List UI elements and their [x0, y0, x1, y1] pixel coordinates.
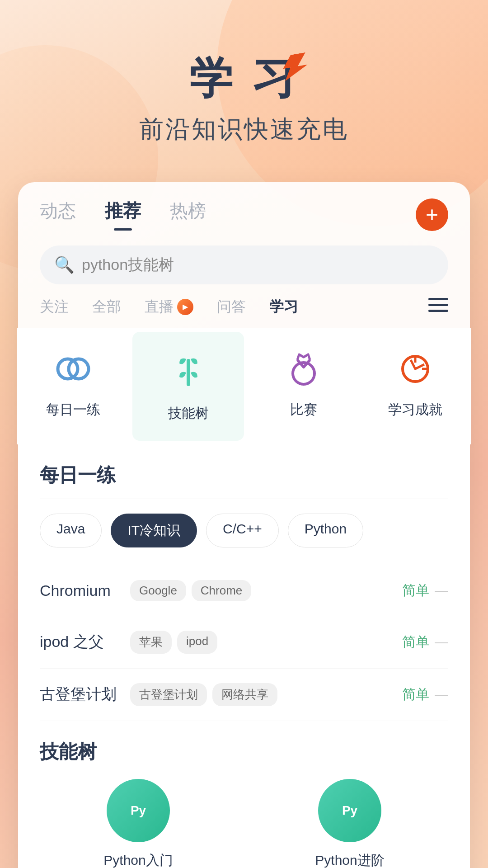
feature-daily[interactable]: 每日一练	[17, 328, 129, 444]
search-bar[interactable]: 🔍 python技能树	[40, 245, 448, 284]
quiz-tags-1: 苹果 ipod	[130, 631, 402, 654]
feature-achievement[interactable]: 学习成就	[359, 328, 471, 444]
skill-name-1: Python进阶	[315, 851, 384, 868]
app-title: 学 习	[189, 54, 299, 102]
skill-circle-text-0: Py	[131, 803, 146, 818]
skill-item-1[interactable]: Py Python进阶	[251, 779, 448, 868]
daily-section-title: 每日一练	[40, 444, 448, 499]
contest-label: 比赛	[290, 401, 317, 419]
add-tab-button[interactable]: +	[416, 198, 448, 231]
title-char1: 学	[189, 54, 236, 102]
quiz-item-1[interactable]: ipod 之父 苹果 ipod 简单 —	[40, 616, 448, 669]
feature-skill-tree[interactable]: 技能树	[132, 332, 244, 441]
tab-rebang[interactable]: 热榜	[170, 198, 206, 231]
sub-tab-study[interactable]: 学习	[269, 297, 298, 317]
quiz-item-2[interactable]: 古登堡计划 古登堡计划 网络共享 简单 —	[40, 669, 448, 721]
skill-tree-icon-wrap	[166, 350, 211, 395]
quiz-tags-2: 古登堡计划 网络共享	[130, 683, 402, 706]
sub-tabs: 关注 全部 直播 问答 学习	[18, 284, 470, 328]
quiz-tag-google: Google	[130, 580, 186, 601]
title-char2: 习	[252, 54, 299, 102]
quiz-title-0: Chromium	[40, 582, 121, 599]
daily-icon-wrap	[51, 346, 96, 392]
live-icon	[177, 299, 193, 315]
quiz-title-2: 古登堡计划	[40, 684, 121, 705]
tag-cpp[interactable]: C/C++	[206, 514, 279, 547]
sub-tab-qa[interactable]: 问答	[217, 297, 246, 317]
achievement-icon-wrap	[393, 346, 438, 392]
skill-name-0: Python入门	[103, 851, 173, 868]
plus-icon: +	[426, 204, 438, 226]
quiz-tag-network: 网络共享	[212, 683, 277, 706]
quiz-tag-gutenberg: 古登堡计划	[130, 683, 207, 706]
quiz-dash-0: —	[435, 583, 448, 598]
tab-bar: 动态 推荐 热榜 +	[18, 182, 470, 231]
quiz-difficulty-2: 简单	[402, 685, 429, 704]
quiz-tags-0: Google Chrome	[130, 580, 402, 601]
tab-tuijian[interactable]: 推荐	[105, 198, 141, 231]
main-card: 动态 推荐 热榜 + 🔍 python技能树 关注 全部 直播 问答 学习	[18, 182, 470, 868]
live-label: 直播	[145, 297, 174, 317]
skill-circle-1: Py	[318, 779, 381, 842]
contest-icon-wrap	[281, 346, 326, 392]
quiz-tag-chrome: Chrome	[192, 580, 251, 601]
quiz-dash-2: —	[435, 687, 448, 702]
achievement-label: 学习成就	[388, 401, 442, 419]
sub-tab-all[interactable]: 全部	[92, 297, 121, 317]
svg-rect-5	[187, 359, 190, 386]
feature-contest[interactable]: 比赛	[248, 328, 359, 444]
tag-python[interactable]: Python	[288, 514, 363, 547]
quiz-tag-apple: 苹果	[130, 631, 172, 654]
header-section: 学 习 前沿知识快速充电	[0, 0, 488, 173]
quiz-title-1: ipod 之父	[40, 632, 121, 652]
tag-java[interactable]: Java	[40, 514, 102, 547]
skill-tree-label: 技能树	[168, 404, 209, 423]
skill-circle-0: Py	[107, 779, 170, 842]
quiz-difficulty-0: 简单	[402, 581, 429, 600]
search-input-text: python技能树	[82, 255, 174, 275]
sub-tab-follow[interactable]: 关注	[40, 297, 69, 317]
quiz-tag-ipod: ipod	[177, 631, 217, 654]
skill-items-row: Py Python入门 Py Python进阶	[40, 779, 448, 868]
svg-rect-0	[428, 298, 448, 300]
svg-rect-2	[428, 310, 448, 312]
sub-tab-live[interactable]: 直播	[145, 297, 193, 317]
search-icon: 🔍	[54, 255, 75, 274]
svg-rect-1	[428, 304, 448, 306]
quiz-item-0[interactable]: Chromium Google Chrome 简单 —	[40, 566, 448, 616]
feature-row: 每日一练 技能树	[17, 328, 471, 444]
quiz-tags-row: Java IT冷知识 C/C++ Python	[40, 514, 448, 547]
tab-dongtai[interactable]: 动态	[40, 198, 76, 231]
quiz-dash-1: —	[435, 634, 448, 650]
app-subtitle: 前沿知识快速充电	[0, 113, 488, 146]
daily-label: 每日一练	[46, 401, 100, 419]
skill-item-0[interactable]: Py Python入门	[40, 779, 237, 868]
quiz-difficulty-1: 简单	[402, 633, 429, 651]
skill-circle-text-1: Py	[342, 803, 357, 818]
tag-it[interactable]: IT冷知识	[111, 514, 197, 547]
menu-icon[interactable]	[428, 297, 448, 316]
skill-section-title: 技能树	[40, 721, 448, 779]
section-divider-1	[40, 499, 448, 499]
content-area: 每日一练 Java IT冷知识 C/C++ Python Chromium Go…	[18, 444, 470, 868]
